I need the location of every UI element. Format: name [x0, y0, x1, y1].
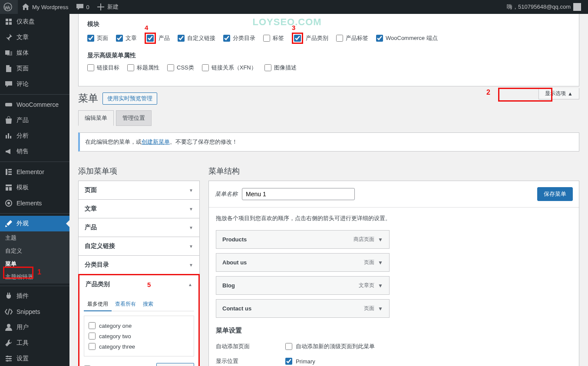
structure-box: 菜单名称 保存菜单 拖放各个项目到您喜欢的顺序，点击右侧的箭头可进行更详细的设置… [208, 181, 579, 366]
primary-location-checkbox[interactable] [285, 358, 292, 365]
save-menu-button[interactable]: 保存菜单 [537, 187, 573, 201]
sidebar-item-product[interactable]: 产品 [0, 112, 69, 128]
select-all[interactable]: 全选 [84, 363, 106, 366]
acc-tab[interactable]: 查看所有 [112, 298, 139, 311]
brush-icon [4, 219, 13, 228]
admin-sidebar: 仪表盘文章媒体页面评论WooCommerce产品分析销售Elementor模板E… [0, 14, 69, 366]
chart-icon [4, 132, 13, 140]
sidebar-item-comment[interactable]: 评论 [0, 76, 69, 92]
checkbox-option[interactable]: 文章 [116, 33, 137, 44]
checkbox-option[interactable]: 产品类别3 [292, 33, 328, 44]
accordion-toggle[interactable]: 页面▼ [79, 181, 199, 199]
sidebar-item-tool[interactable]: 工具 [0, 335, 69, 351]
sidebar-item-brush[interactable]: 外观 [0, 216, 69, 231]
accordion-toggle[interactable]: 分类目录▼ [79, 256, 199, 274]
sidebar-item-page[interactable]: 页面 [0, 61, 69, 76]
my-account[interactable]: 嗨，510795648@qq.com [503, 0, 585, 14]
checkbox-option[interactable]: 链接关系（XFN） [202, 64, 257, 72]
sidebar-item-settings[interactable]: 设置 [0, 351, 69, 366]
page-icon [4, 64, 13, 73]
submenu-item[interactable]: 菜单 [0, 257, 69, 270]
menu-structure-item[interactable]: Products商店页面 ▼ [216, 230, 390, 249]
comments-bubble[interactable]: 0 [72, 0, 93, 14]
add-to-menu-button[interactable]: 添加到菜单 [156, 363, 194, 366]
checkbox-option[interactable]: 链接目标 [87, 64, 119, 72]
accordion-toggle[interactable]: 自定义链接▼ [79, 237, 199, 255]
checkbox-option[interactable]: 页面 [87, 33, 108, 44]
sidebar-item-user[interactable]: 用户 [0, 320, 69, 335]
checkbox-option[interactable]: 图像描述 [264, 64, 297, 72]
info-notice: 在此编辑您的菜单，或创建新菜单。不要忘了保存您的修改！ [78, 132, 579, 152]
sidebar-item-template[interactable]: 模板 [0, 180, 69, 195]
sidebar-item-media[interactable]: 媒体 [0, 45, 69, 61]
modules-row: 页面文章产品4自定义链接分类目录标签产品类别3产品标签WooCommerce 端… [87, 33, 570, 44]
svg-rect-1 [5, 103, 12, 106]
accordion-toggle[interactable]: 产品▼ [79, 218, 199, 237]
acc-tab[interactable]: 最多使用 [84, 298, 112, 311]
checkbox-option[interactable]: WooCommerce 端点 [376, 33, 438, 44]
screen-options-toggle[interactable]: 显示选项▲ [538, 88, 579, 99]
sidebar-item-elements[interactable]: Elements [0, 195, 69, 211]
sidebar-item-chart[interactable]: 分析 [0, 128, 69, 144]
chevron-down-icon[interactable]: ▼ [378, 283, 383, 289]
chevron-icon: ▼ [189, 244, 193, 249]
chevron-down-icon[interactable]: ▼ [378, 237, 383, 243]
menu-structure-item[interactable]: Contact us页面 ▼ [216, 299, 390, 318]
submenu-item[interactable]: 主题 [0, 231, 69, 244]
sidebar-item-pin[interactable]: 文章 [0, 30, 69, 45]
sidebar-item-elementor[interactable]: Elementor [0, 164, 69, 180]
accordion-toggle[interactable]: 产品类别5▲ [79, 275, 198, 293]
sidebar-item-bullhorn[interactable]: 销售 [0, 144, 69, 159]
submenu-item[interactable]: 主题编辑器 [0, 270, 69, 284]
advanced-heading: 显示高级菜单属性 [87, 52, 570, 59]
category-item[interactable]: category three [89, 341, 189, 352]
chevron-icon: ▲ [188, 282, 192, 287]
category-item[interactable]: category two [89, 331, 189, 341]
accordion-panel: 产品类别5▲最多使用查看所有搜索category onecategory two… [78, 274, 200, 366]
submenu-item[interactable]: 自定义 [0, 244, 69, 257]
chevron-down-icon[interactable]: ▼ [378, 306, 383, 312]
new-content[interactable]: 新建 [93, 0, 122, 14]
sidebar-item-snippet[interactable]: Snippets [0, 304, 69, 320]
svg-rect-5 [8, 174, 12, 175]
checkbox-option[interactable]: 自定义链接 [178, 33, 215, 44]
bullhorn-icon [4, 147, 13, 156]
svg-point-7 [7, 202, 10, 204]
sidebar-item-plugin[interactable]: 插件 [0, 288, 69, 304]
accordion-panel: 页面▼ [78, 181, 200, 200]
chevron-down-icon[interactable]: ▼ [378, 260, 383, 266]
menu-name-input[interactable] [242, 188, 355, 200]
display-location-label: 显示位置 [216, 357, 285, 365]
svg-rect-2 [6, 169, 7, 175]
checkbox-option[interactable]: 产品标签 [336, 33, 368, 44]
accordion-panel: 分类目录▼ [78, 255, 200, 274]
category-item[interactable]: category one [89, 320, 189, 331]
admin-bar: My Wordpress 0 新建 嗨，510795648@qq.com [0, 0, 588, 14]
acc-tab[interactable]: 搜索 [139, 298, 157, 311]
modules-heading: 模块 [87, 20, 570, 28]
checkbox-option[interactable]: 产品4 [145, 33, 170, 44]
plugin-icon [4, 292, 13, 300]
menu-structure-item[interactable]: Blog文章页 ▼ [216, 276, 390, 295]
avatar-icon [573, 3, 581, 11]
checkbox-option[interactable]: 标签 [263, 33, 284, 44]
checkbox-option[interactable]: 分类目录 [223, 33, 255, 44]
menu-structure-item[interactable]: About us页面 ▼ [216, 253, 390, 272]
accordion-panel: 产品▼ [78, 218, 200, 237]
sidebar-item-woo[interactable]: WooCommerce [0, 97, 69, 112]
site-name[interactable]: My Wordpress [18, 0, 72, 14]
auto-add-label: 自动添加页面 [216, 343, 285, 350]
checkbox-option[interactable]: CSS类 [167, 64, 194, 72]
checkbox-option[interactable]: 标题属性 [127, 64, 159, 72]
add-items-title: 添加菜单项 [78, 166, 200, 176]
chevron-icon: ▼ [189, 225, 193, 230]
svg-point-12 [7, 356, 8, 357]
accordion-toggle[interactable]: 文章▼ [79, 200, 199, 218]
tab-edit-menu[interactable]: 编辑菜单 [78, 110, 114, 126]
sidebar-item-dashboard[interactable]: 仪表盘 [0, 14, 69, 30]
live-preview-button[interactable]: 使用实时预览管理 [102, 92, 157, 105]
tab-manage-locations[interactable]: 管理位置 [116, 110, 152, 126]
auto-add-checkbox[interactable] [285, 343, 292, 350]
create-menu-link[interactable]: 创建新菜单 [142, 138, 170, 145]
wp-logo[interactable] [0, 0, 18, 14]
